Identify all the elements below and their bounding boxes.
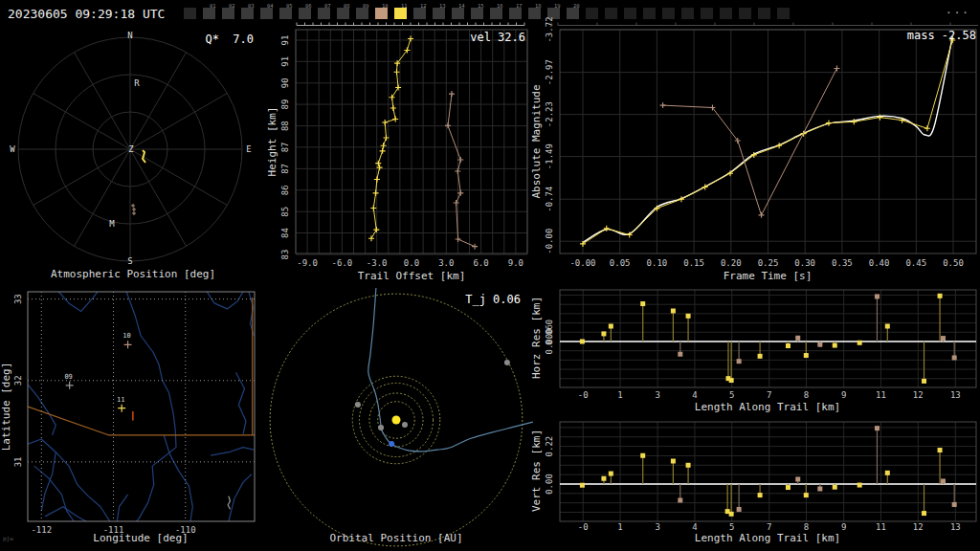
frame-box-10[interactable]: [375, 8, 388, 19]
plus-marker: [390, 95, 395, 100]
plus-marker: [924, 125, 930, 131]
tick-label: 13: [950, 390, 961, 400]
plus-marker: [132, 211, 136, 215]
frame-box-18[interactable]: [528, 8, 541, 19]
tick-label: 5: [729, 390, 734, 400]
frame-box-21[interactable]: [586, 8, 598, 19]
tick-label: 0.10: [647, 258, 668, 268]
mass-annotation: mass -2.58: [907, 29, 976, 42]
polyline: [34, 466, 74, 521]
stem-marker: [601, 331, 606, 336]
polyline: [117, 495, 127, 521]
menu-dots-button[interactable]: ···: [946, 7, 970, 19]
horz-res-xlabel: Length Along Trail [km]: [695, 401, 840, 413]
plus-marker: [66, 382, 74, 389]
frame-box-label: 11: [401, 3, 408, 9]
plus-marker: [394, 69, 400, 75]
series-station-11-trail: [368, 35, 413, 241]
stem-marker: [952, 502, 957, 507]
polyline: [211, 448, 254, 456]
plus-marker: [759, 212, 765, 218]
frame-box-27[interactable]: [701, 8, 713, 19]
polyline: [41, 452, 56, 511]
frame-box-04[interactable]: [260, 8, 273, 19]
frame-box-08[interactable]: [337, 8, 349, 19]
frame-box-02[interactable]: [222, 8, 234, 19]
frame-box-11[interactable]: [394, 8, 407, 19]
frame-box-label: 10: [382, 3, 389, 9]
magnitude-ylabel: Absolute Magnitude: [530, 84, 543, 198]
stem-marker: [686, 314, 691, 319]
stem-marker: [678, 352, 682, 357]
frame-box-label: 06: [305, 3, 312, 9]
tick-label: 12: [913, 522, 924, 532]
stem-marker: [817, 342, 822, 347]
frame-box-17[interactable]: [509, 8, 522, 19]
frame-box-14[interactable]: [452, 8, 464, 19]
tick-label: 83: [280, 250, 290, 260]
frame-box-label: 16: [497, 3, 503, 9]
plus-marker: [132, 208, 136, 211]
plus-marker: [382, 120, 388, 125]
tick-label: 84: [280, 228, 290, 238]
frame-box-12[interactable]: [413, 8, 426, 19]
frame-box-24[interactable]: [643, 8, 656, 19]
station-marker-11: 11: [117, 396, 125, 412]
tick-label: 91: [280, 56, 290, 67]
frame-box-13[interactable]: [433, 8, 445, 19]
frame-box-06[interactable]: [299, 8, 311, 19]
tick-label: 89: [280, 99, 290, 110]
tisserand-annotation: T_j 0.06: [465, 293, 521, 306]
station-marker-10: 10: [122, 332, 131, 348]
stem-marker: [640, 301, 645, 306]
body-jupiter: [504, 360, 510, 365]
frame-box-26[interactable]: [681, 8, 694, 19]
stem-marker: [580, 339, 585, 343]
tick-label: -9.0: [297, 258, 318, 268]
tick-label: -0: [578, 390, 589, 400]
tick-label: -3.0: [367, 258, 388, 268]
polyline: [143, 150, 145, 163]
meteor-observation-dashboard: 0102030405060708091011121314151617181920…: [0, 0, 980, 551]
tick-label: 3: [655, 522, 659, 532]
tick-label: 0.05: [610, 258, 631, 268]
frame-box-03[interactable]: [241, 8, 254, 19]
frame-box-09[interactable]: [356, 8, 368, 19]
plus-marker: [381, 143, 387, 148]
stem-marker: [938, 294, 943, 298]
stem-marker: [729, 378, 734, 383]
tick-label: 11: [876, 390, 886, 400]
frame-box-25[interactable]: [662, 8, 675, 19]
frame-box-07[interactable]: [318, 8, 330, 19]
latitude-ylabel: Latitude [deg]: [0, 363, 12, 452]
frame-box-31[interactable]: [777, 8, 790, 19]
plus-marker: [457, 190, 463, 196]
series-station-10-trail: [445, 91, 478, 250]
tick-label: 0.15: [683, 258, 704, 268]
vert-res-xlabel: Length Along Trail [km]: [695, 532, 840, 544]
frame-box-29[interactable]: [739, 8, 751, 19]
tick-label: 0.000: [545, 328, 554, 354]
stem-marker: [941, 336, 946, 341]
plus-marker: [660, 102, 666, 108]
tick-label: 0.35: [832, 258, 853, 268]
frame-box-0[interactable]: [184, 8, 196, 19]
tick-label: 33: [13, 294, 23, 304]
stem-marker: [678, 497, 682, 502]
frame-box-28[interactable]: [720, 8, 732, 19]
tick-label: 1: [617, 522, 622, 532]
frame-box-23[interactable]: [624, 8, 636, 19]
frame-box-15[interactable]: [471, 8, 483, 19]
frame-box-05[interactable]: [279, 8, 292, 19]
horz-res-ylabel: Horz Res [km]: [530, 297, 543, 379]
frame-box-20[interactable]: [567, 8, 579, 19]
frame-box-16[interactable]: [490, 8, 502, 19]
frame-box-label: 12: [420, 3, 427, 9]
stem-marker: [804, 493, 809, 497]
stem-marker: [858, 341, 862, 345]
frame-box-22[interactable]: [605, 8, 617, 19]
polyline: [45, 507, 86, 521]
frame-box-30[interactable]: [758, 8, 770, 19]
frame-box-01[interactable]: [203, 8, 215, 19]
tick-label: 8: [804, 522, 809, 532]
